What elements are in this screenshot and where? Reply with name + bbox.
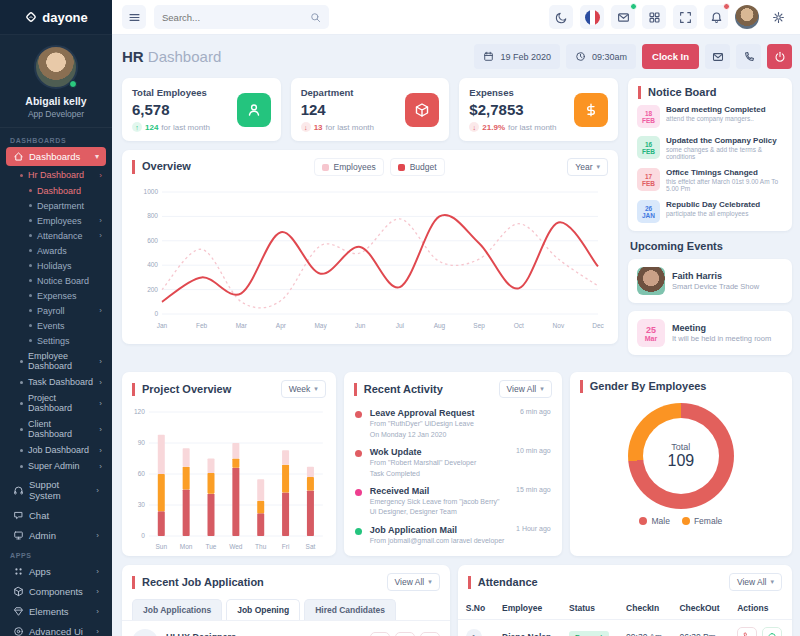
sidebar-item-hr-dashboard[interactable]: Hr Dashboard› <box>0 167 112 183</box>
svg-text:Oct: Oct <box>514 322 524 329</box>
tab-hired-candidates[interactable]: Hired Candidates <box>304 599 396 620</box>
chat-button[interactable] <box>762 627 782 636</box>
stat-delta: ↓13for last month <box>301 122 374 132</box>
sidebar-item-label: Components <box>29 586 91 597</box>
phone-action-button[interactable] <box>736 44 761 69</box>
svg-text:30: 30 <box>138 501 146 508</box>
approve-button[interactable] <box>370 632 390 636</box>
fullscreen-button[interactable] <box>673 5 697 29</box>
tab-job-opening[interactable]: Job Opening <box>226 599 300 620</box>
activity-view-all[interactable]: View All▾ <box>499 380 552 398</box>
sidebar-item-super-admin[interactable]: Super Admin› <box>0 458 112 474</box>
monitor-icon <box>13 530 24 541</box>
attendance-view-all[interactable]: View All▾ <box>729 573 782 591</box>
logo[interactable]: dayone <box>0 0 112 35</box>
sidebar-item-project-dashboard[interactable]: Project Dashboard› <box>0 390 112 416</box>
job-role: UI UX Designers <box>166 632 236 636</box>
project-range-select[interactable]: Week▾ <box>281 380 326 398</box>
bullet-icon <box>29 294 32 297</box>
search-input[interactable] <box>162 12 304 23</box>
svg-text:May: May <box>314 322 327 330</box>
svg-text:Sun: Sun <box>155 543 167 550</box>
sidebar-item-chat[interactable]: Chat <box>6 506 106 525</box>
legend-employees[interactable]: Employees <box>314 158 384 176</box>
event-card[interactable]: 25MarMeetingIt will be held in meeting r… <box>628 311 792 355</box>
gender-legend-female[interactable]: Female <box>682 516 722 526</box>
pending-button[interactable] <box>395 632 415 636</box>
tab-job-applications[interactable]: Job Applications <box>132 599 222 620</box>
donut-center-value: 109 <box>668 452 695 470</box>
sidebar-item-advanced-ui[interactable]: Advanced Ui› <box>6 622 106 636</box>
activity-item[interactable]: Wok UpdateFrom "Robert Marshall" Develop… <box>344 443 562 482</box>
time-chip[interactable]: 09:30am <box>566 44 636 69</box>
svg-text:Sat: Sat <box>306 543 316 550</box>
sidebar-item-label: Chat <box>29 510 99 521</box>
sidebar-item-holidays[interactable]: Holidays <box>0 258 112 273</box>
sidebar-item-department[interactable]: Department <box>0 198 112 213</box>
bullet-icon <box>20 381 23 384</box>
activity-item[interactable]: Job Application MailFrom jobmail@gmail.c… <box>344 521 562 549</box>
checkout-time: 06:30 Pm <box>671 620 729 636</box>
notice-item[interactable]: 16FEBUpdated the Company Policysome chan… <box>628 132 792 164</box>
sidebar-item-client-dashboard[interactable]: Client Dashboard› <box>0 416 112 442</box>
event-card[interactable]: Faith HarrisSmart Device Trade Show <box>628 259 792 303</box>
event-avatar <box>637 267 665 295</box>
legend-label: Employees <box>334 162 376 172</box>
notifications-badge <box>723 3 730 10</box>
activity-item[interactable]: Received MailEmergency Sick Leave from "… <box>344 482 562 521</box>
project-overview-card: Project Overview Week▾ 0306090120SunMonT… <box>122 372 336 556</box>
sidebar-item-components[interactable]: Components› <box>6 582 106 601</box>
dark-mode-button[interactable] <box>549 5 573 29</box>
sidebar-item-dashboard[interactable]: Dashboard <box>0 183 112 198</box>
clock-in-button[interactable]: Clock In <box>642 44 699 69</box>
legend-budget[interactable]: Budget <box>390 158 445 176</box>
mail-action-button[interactable] <box>705 44 730 69</box>
notice-item[interactable]: 26JANRepublic Day Celebratedparticipate … <box>628 196 792 227</box>
sidebar-item-settings[interactable]: Settings <box>0 333 112 348</box>
call-button[interactable] <box>737 627 757 636</box>
sidebar-item-admin[interactable]: Admin› <box>6 526 106 545</box>
job-view-all[interactable]: View All▾ <box>387 573 440 591</box>
notice-item[interactable]: 18FEBBoard meeting Completedattend the c… <box>628 101 792 132</box>
sidebar-item-task-dashboard[interactable]: Task Dashboard› <box>0 374 112 390</box>
power-button[interactable] <box>767 44 792 69</box>
hamburger-button[interactable] <box>122 5 146 29</box>
topbar-avatar[interactable] <box>735 5 759 29</box>
search-box <box>154 5 329 29</box>
donut-center-label: Total <box>671 442 690 452</box>
sidebar-item-expenses[interactable]: Expenses <box>0 288 112 303</box>
sidebar-item-payroll[interactable]: Payroll› <box>0 303 112 318</box>
sidebar-item-dashboards[interactable]: Dashboards▾ <box>6 147 106 166</box>
job-application-card: Recent Job Application View All▾ Job App… <box>122 565 450 636</box>
gender-legend-male[interactable]: Male <box>639 516 669 526</box>
sidebar-item-attendance[interactable]: Attendance› <box>0 228 112 243</box>
date-chip[interactable]: 19 Feb 2020 <box>474 44 560 69</box>
language-button[interactable] <box>580 5 604 29</box>
sidebar-item-employees[interactable]: Employees› <box>0 213 112 228</box>
overview-range-select[interactable]: Year▾ <box>567 158 608 176</box>
online-status-dot <box>69 80 77 88</box>
notifications-button[interactable] <box>704 5 728 29</box>
activity-title: Wok Update <box>370 447 477 457</box>
reject-button[interactable] <box>420 632 440 636</box>
activity-time: 10 min ago <box>516 447 551 478</box>
apps-grid-button[interactable] <box>642 5 666 29</box>
settings-button[interactable] <box>766 5 790 29</box>
sidebar-item-label: Employees <box>37 216 94 226</box>
sidebar-item-events[interactable]: Events <box>0 318 112 333</box>
search-icon[interactable] <box>310 12 321 23</box>
sidebar-item-awards[interactable]: Awards <box>0 243 112 258</box>
sidebar-item-elements[interactable]: Elements› <box>6 602 106 621</box>
sidebar-item-label: Employee Dashboard <box>28 351 94 371</box>
messages-button[interactable] <box>611 5 635 29</box>
sidebar-item-job-dashboard[interactable]: Job Dashboard› <box>0 442 112 458</box>
chat-icon <box>767 632 777 636</box>
sidebar-item-suppot-system[interactable]: Suppot System› <box>6 475 106 505</box>
sidebar-item-apps[interactable]: Apps› <box>6 562 106 581</box>
activity-title: Received Mail <box>370 486 500 496</box>
sidebar-item-employee-dashboard[interactable]: Employee Dashboard› <box>0 348 112 374</box>
row-number: 1 <box>466 629 482 636</box>
activity-item[interactable]: Leave Approval RequestFrom "RuthDyer" Ui… <box>344 404 562 443</box>
sidebar-item-notice-board[interactable]: Notice Board <box>0 273 112 288</box>
notice-item[interactable]: 17FEBOffice Timings Changedthis effelct … <box>628 164 792 196</box>
